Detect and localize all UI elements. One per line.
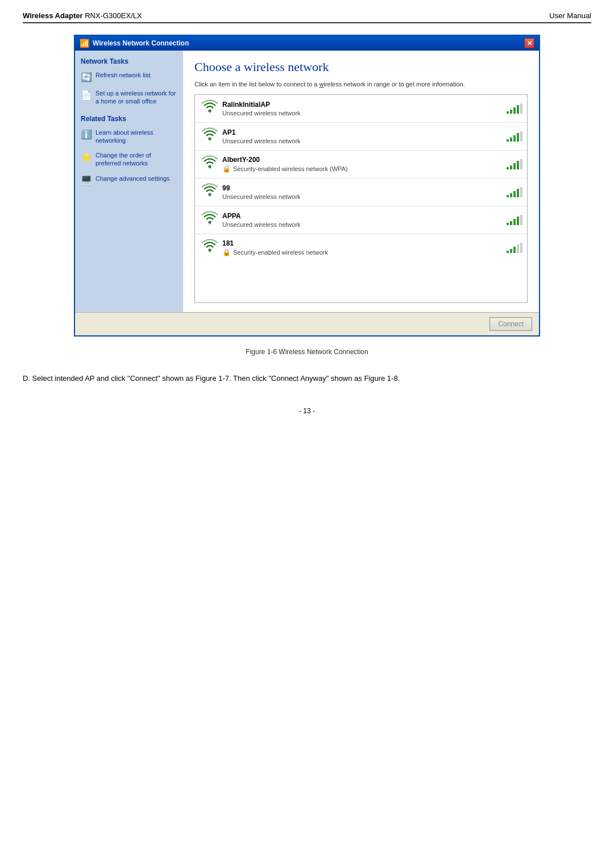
refresh-label: Refresh network list <box>96 71 151 79</box>
network-name: AP1 <box>222 128 507 136</box>
wireless-network-connection-dialog: 📶 Wireless Network Connection ✕ Network … <box>74 35 540 337</box>
wifi-icon-wrapper <box>200 126 220 147</box>
wifi-signal-icon <box>201 238 219 258</box>
page-header: Wireless Adapter RNX-G300EX/LX User Manu… <box>23 11 591 23</box>
computer-icon: 🖥️ <box>81 175 92 186</box>
signal-bars <box>507 187 522 197</box>
close-button[interactable]: ✕ <box>524 38 534 48</box>
dialog-titlebar: 📶 Wireless Network Connection ✕ <box>75 36 539 51</box>
related-tasks-title: Related Tasks <box>81 115 177 123</box>
network-details: 99Unsecured wireless network <box>220 184 507 200</box>
network-security-label: Unsecured wireless network <box>222 221 507 228</box>
refresh-icon: 🔄 <box>81 72 92 82</box>
manual-label: User Manual <box>549 11 591 20</box>
order-label: Change the order of preferred networks <box>96 151 177 168</box>
titlebar-left: 📶 Wireless Network Connection <box>80 39 189 48</box>
learn-label: Learn about wireless networking <box>96 128 177 145</box>
lock-icon: 🔒 <box>222 165 231 173</box>
network-item[interactable]: 99Unsecured wireless network <box>195 178 527 206</box>
network-security-label: 🔒Security-enabled wireless network (WPA) <box>222 165 507 173</box>
main-content: Choose a wireless network Click an item … <box>183 51 539 312</box>
setup-label: Set up a wireless network for a home or … <box>96 89 177 106</box>
network-details: AP1Unsecured wireless network <box>220 128 507 144</box>
wifi-signal-icon <box>201 182 219 202</box>
network-details: APPAUnsecured wireless network <box>220 212 507 228</box>
dialog-body: Network Tasks 🔄 Refresh network list 📄 S… <box>75 51 539 312</box>
setup-icon: 📄 <box>81 90 92 101</box>
signal-bars <box>507 103 522 114</box>
body-text: D. Select intended AP and click "Connect… <box>23 373 591 384</box>
network-item[interactable]: AP1Unsecured wireless network <box>195 123 527 151</box>
network-details: RalinkInitialAPUnsecured wireless networ… <box>220 101 507 117</box>
wifi-signal-icon <box>201 154 219 175</box>
wifi-icon-wrapper <box>200 210 220 230</box>
wifi-icon-wrapper <box>200 98 220 119</box>
wifi-icon-wrapper <box>200 238 220 258</box>
change-order-item[interactable]: ⭐ Change the order of preferred networks <box>81 151 177 168</box>
change-advanced-item[interactable]: 🖥️ Change advanced settings <box>81 175 177 186</box>
network-security-label: Unsecured wireless network <box>222 138 507 144</box>
network-name: AlbertY-200 <box>222 156 507 164</box>
network-security-label: Unsecured wireless network <box>222 193 507 200</box>
signal-bars <box>507 131 522 142</box>
main-description: Click an item in the list below to conne… <box>194 80 528 89</box>
dialog-title: Wireless Network Connection <box>93 39 189 47</box>
network-name: RalinkInitialAP <box>222 101 507 109</box>
wifi-signal-icon <box>201 126 219 147</box>
info-icon: ℹ️ <box>81 129 92 140</box>
dialog-footer: Connect <box>75 312 539 335</box>
network-name: 99 <box>222 184 507 192</box>
wifi-icon-wrapper <box>200 154 220 175</box>
signal-bars <box>507 159 522 169</box>
network-name: APPA <box>222 212 507 220</box>
figure-caption: Figure 1-6 Wireless Network Connection <box>23 348 591 356</box>
network-item[interactable]: 181🔒Security-enabled wireless network <box>195 234 527 261</box>
network-item[interactable]: APPAUnsecured wireless network <box>195 206 527 234</box>
signal-bars <box>507 243 522 253</box>
main-title: Choose a wireless network <box>194 60 528 74</box>
lock-icon: 🔒 <box>222 248 231 256</box>
refresh-network-list-item[interactable]: 🔄 Refresh network list <box>81 71 177 82</box>
network-item[interactable]: AlbertY-200🔒Security-enabled wireless ne… <box>195 151 527 178</box>
connect-button[interactable]: Connect <box>489 317 532 331</box>
network-security-label: Unsecured wireless network <box>222 110 507 117</box>
signal-bars <box>507 215 522 225</box>
dialog-wrapper: 📶 Wireless Network Connection ✕ Network … <box>74 35 540 337</box>
network-name: 181 <box>222 239 507 247</box>
wifi-signal-icon <box>201 210 219 230</box>
sidebar: Network Tasks 🔄 Refresh network list 📄 S… <box>75 51 183 312</box>
network-details: 181🔒Security-enabled wireless network <box>220 239 507 256</box>
learn-wireless-item[interactable]: ℹ️ Learn about wireless networking <box>81 128 177 145</box>
wifi-signal-icon <box>201 98 219 119</box>
star-icon: ⭐ <box>81 152 92 163</box>
wifi-titlebar-icon: 📶 <box>80 39 89 48</box>
network-security-label: 🔒Security-enabled wireless network <box>222 248 507 256</box>
setup-wireless-item[interactable]: 📄 Set up a wireless network for a home o… <box>81 89 177 106</box>
network-list[interactable]: RalinkInitialAPUnsecured wireless networ… <box>194 94 528 303</box>
page-number: - 13 - <box>23 407 591 415</box>
network-details: AlbertY-200🔒Security-enabled wireless ne… <box>220 156 507 173</box>
network-item[interactable]: RalinkInitialAPUnsecured wireless networ… <box>195 95 527 123</box>
wifi-icon-wrapper <box>200 182 220 202</box>
network-tasks-title: Network Tasks <box>81 57 177 65</box>
product-name: Wireless Adapter RNX-G300EX/LX <box>23 11 142 20</box>
advanced-label: Change advanced settings <box>96 175 169 182</box>
